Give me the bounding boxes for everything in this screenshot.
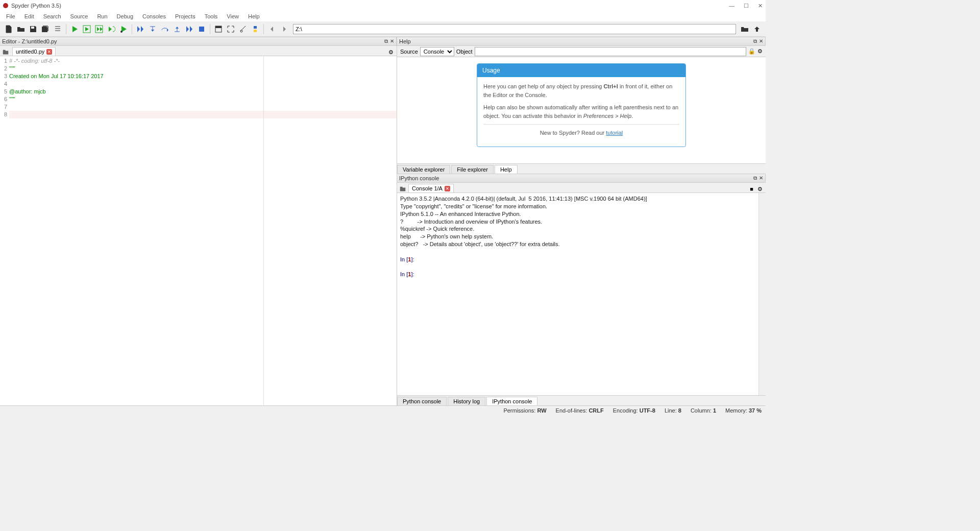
close-console-tab-icon[interactable]: ✕ [445,186,450,191]
code-area[interactable]: # -*- coding: utf-8 -*-"""Created on Mon… [9,56,397,405]
tab-ipython-console[interactable]: IPython console [486,397,537,405]
console-pane-title: IPython console [399,175,439,181]
lock-icon[interactable]: 🔒 [748,48,755,55]
browse-consoles-icon[interactable] [399,185,406,192]
usage-p1: Here you can get help of any object by p… [483,82,679,99]
status-memory: Memory: 37 % [725,407,762,414]
menu-file[interactable]: File [2,12,19,20]
tab-variable-explorer[interactable]: Variable explorer [397,165,450,174]
tab-history-log[interactable]: History log [448,397,485,405]
svg-rect-0 [31,27,34,29]
preferences-icon[interactable] [237,23,249,35]
console-tab-label: Console 1/A [412,185,443,191]
outline-icon[interactable] [52,23,63,35]
undock-icon[interactable]: ⧉ [753,175,757,181]
debug-icon[interactable] [118,23,129,35]
editor-tab-label: untitled0.py [16,49,44,55]
console-output[interactable]: Python 3.5.2 |Anaconda 4.2.0 (64-bit)| (… [397,193,758,395]
maximize-pane-icon[interactable] [213,23,224,35]
step-over-icon[interactable] [159,23,170,35]
fullscreen-icon[interactable] [225,23,236,35]
menu-edit[interactable]: Edit [20,12,38,20]
close-icon[interactable]: ✕ [758,3,763,9]
editor-pane-header: Editor - Z:\untitled0.py ⧉ ✕ [0,37,397,46]
usage-title: Usage [477,64,685,77]
help-options-icon[interactable]: ⚙ [757,48,763,55]
status-column: Column: 1 [691,407,716,414]
menu-consoles[interactable]: Consoles [138,12,170,20]
editor-tab-untitled0[interactable]: untitled0.py ✕ [12,47,56,56]
menu-help[interactable]: Help [244,12,264,20]
browse-tabs-icon[interactable] [2,49,9,56]
menu-tools[interactable]: Tools [201,12,222,20]
help-pane-header: Help ⧉ ✕ [397,37,766,46]
tab-help[interactable]: Help [495,165,518,174]
step-current-icon[interactable] [135,23,146,35]
title-bar: Spyder (Python 3.5) — ☐ ✕ [0,0,766,11]
menu-view[interactable]: View [223,12,243,20]
editor-options-icon[interactable]: ⚙ [388,49,394,56]
console-pane-header: IPython console ⧉ ✕ [397,174,766,183]
console-scrollbar[interactable] [758,193,766,395]
ipython-console-pane: IPython console ⧉ ✕ Console 1/A ✕ ■ ⚙ Py… [397,174,766,405]
window-title: Spyder (Python 3.5) [11,3,61,9]
tutorial-link[interactable]: tutorial [606,130,623,136]
menu-bar: File Edit Search Source Run Debug Consol… [0,11,766,21]
save-icon[interactable] [28,23,39,35]
console-options-icon[interactable]: ⚙ [757,186,763,192]
run-icon[interactable] [69,23,80,35]
minimize-icon[interactable]: — [729,3,734,9]
close-pane-icon[interactable]: ✕ [390,38,394,44]
python-path-icon[interactable] [250,23,261,35]
working-dir-input[interactable] [293,24,736,34]
object-label: Object [456,49,473,55]
help-toolbar: Source Console Object 🔒 ⚙ [397,46,766,57]
object-input[interactable] [475,47,746,56]
status-line: Line: 8 [665,407,681,414]
source-select[interactable]: Console [420,47,454,56]
maximize-icon[interactable]: ☐ [744,3,749,9]
menu-debug[interactable]: Debug [113,12,137,20]
close-pane-icon[interactable]: ✕ [759,38,763,44]
editor-pane-title: Editor - Z:\untitled0.py [2,38,57,44]
save-all-icon[interactable] [40,23,51,35]
status-bar: Permissions: RW End-of-lines: CRLF Encod… [0,405,766,415]
step-out-icon[interactable] [172,23,183,35]
back-icon[interactable] [266,23,278,35]
help-pane: Help ⧉ ✕ Source Console Object 🔒 ⚙ Usage… [397,37,766,174]
tab-file-explorer[interactable]: File explorer [451,165,494,174]
menu-projects[interactable]: Projects [171,12,200,20]
menu-source[interactable]: Source [66,12,92,20]
forward-icon[interactable] [279,23,290,35]
svg-point-3 [120,31,122,33]
status-eol: End-of-lines: CRLF [556,407,604,414]
help-pane-title: Help [399,38,411,44]
parent-dir-icon[interactable] [751,23,763,35]
browse-dir-icon[interactable] [739,23,750,35]
code-editor[interactable]: 12345678 # -*- coding: utf-8 -*-"""Creat… [0,56,397,405]
run-selection-icon[interactable] [106,23,117,35]
run-cell-icon[interactable] [81,23,92,35]
menu-run[interactable]: Run [93,12,111,20]
tab-python-console[interactable]: Python console [397,397,447,405]
step-into-icon[interactable] [147,23,158,35]
stop-icon[interactable] [196,23,207,35]
editor-tabs: untitled0.py ✕ ⚙ [0,46,397,56]
undock-icon[interactable]: ⧉ [753,38,757,44]
source-label: Source [400,49,418,55]
close-pane-icon[interactable]: ✕ [759,175,763,181]
continue-icon[interactable] [184,23,195,35]
status-encoding: Encoding: UTF-8 [613,407,655,414]
editor-pane: Editor - Z:\untitled0.py ⧉ ✕ untitled0.p… [0,37,397,405]
console-bottom-tabs: Python console History log IPython conso… [397,395,766,405]
new-file-icon[interactable] [3,23,14,35]
close-tab-icon[interactable]: ✕ [46,49,52,55]
undock-icon[interactable]: ⧉ [384,38,388,44]
edge-line [263,56,264,405]
console-tab-1a[interactable]: Console 1/A ✕ [408,184,454,192]
interrupt-icon[interactable]: ■ [750,186,753,192]
menu-search[interactable]: Search [39,12,65,20]
status-permissions: Permissions: RW [503,407,546,414]
run-cell-advance-icon[interactable] [93,23,105,35]
open-file-icon[interactable] [15,23,27,35]
